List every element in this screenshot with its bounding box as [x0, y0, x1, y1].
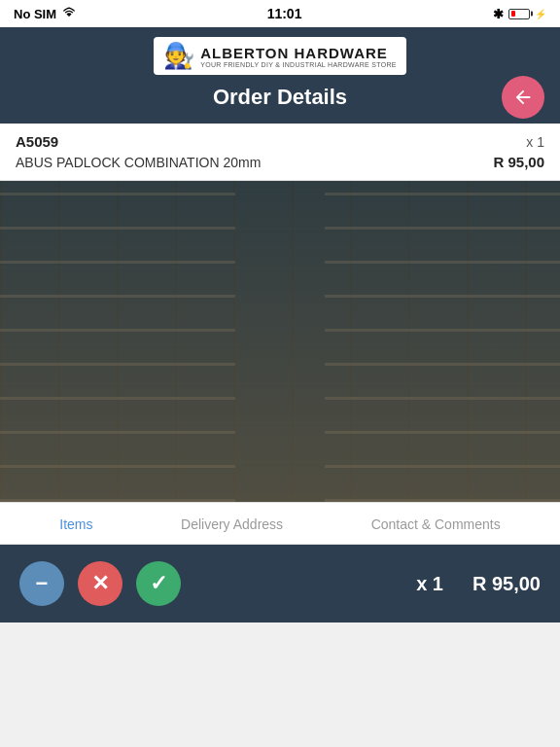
back-button[interactable] [502, 76, 544, 119]
bottom-quantity: x 1 [416, 573, 443, 595]
logo-text: ALBERTON HARDWARE YOUR FRIENDLY DIY & IN… [200, 45, 397, 68]
tab-bar: Items Delivery Address Contact & Comment… [0, 502, 560, 545]
logo-container: 🧑‍🔧 ALBERTON HARDWARE YOUR FRIENDLY DIY … [154, 37, 406, 75]
product-image [0, 181, 560, 502]
logo-mascot-icon: 🧑‍🔧 [163, 41, 194, 71]
status-bar: No SIM 11:01 ✱ ⚡ [0, 0, 560, 27]
carrier-text: No SIM [14, 7, 56, 21]
logo-title: ALBERTON HARDWARE [200, 45, 388, 61]
checkmark-icon: ✓ [150, 571, 167, 596]
tab-delivery-address[interactable]: Delivery Address [175, 515, 289, 534]
header: 🧑‍🔧 ALBERTON HARDWARE YOUR FRIENDLY DIY … [0, 27, 560, 124]
order-code: A5059 [16, 133, 58, 150]
remove-item-button[interactable]: ✕ [78, 561, 122, 606]
battery-body [508, 9, 530, 19]
bottom-action-bar: − ✕ ✓ x 1 R 95,00 [0, 545, 560, 622]
order-quantity: x 1 [526, 134, 544, 150]
order-item-section: A5059 x 1 ABUS PADLOCK COMBINATION 20mm … [0, 124, 560, 181]
store-visual [0, 181, 560, 502]
order-item-top: A5059 x 1 [16, 133, 544, 150]
battery-indicator [508, 9, 530, 19]
close-icon: ✕ [91, 571, 109, 596]
decrease-quantity-button[interactable]: − [19, 561, 64, 606]
logo-subtitle: YOUR FRIENDLY DIY & INDUSTRIAL HARDWARE … [200, 61, 397, 68]
status-time: 11:01 [267, 6, 302, 21]
order-description: ABUS PADLOCK COMBINATION 20mm [16, 155, 261, 170]
back-arrow-icon [512, 87, 534, 108]
page-title: Order Details [213, 85, 347, 110]
shelf-left [0, 181, 235, 502]
tab-items[interactable]: Items [53, 515, 98, 534]
order-price: R 95,00 [493, 154, 544, 170]
tab-contact-comments[interactable]: Contact & Comments [366, 515, 507, 534]
minus-icon: − [36, 571, 49, 596]
bluetooth-icon: ✱ [493, 7, 504, 21]
status-indicators: ✱ ⚡ [493, 7, 546, 21]
wifi-icon [62, 6, 76, 22]
order-item-bottom: ABUS PADLOCK COMBINATION 20mm R 95,00 [16, 154, 544, 170]
charging-icon: ⚡ [535, 9, 546, 19]
confirm-button[interactable]: ✓ [136, 561, 181, 606]
shelf-right [325, 181, 560, 502]
status-carrier: No SIM [14, 6, 76, 22]
header-row: Order Details [16, 85, 544, 110]
battery-fill [511, 11, 515, 17]
bottom-price: R 95,00 [472, 573, 541, 595]
